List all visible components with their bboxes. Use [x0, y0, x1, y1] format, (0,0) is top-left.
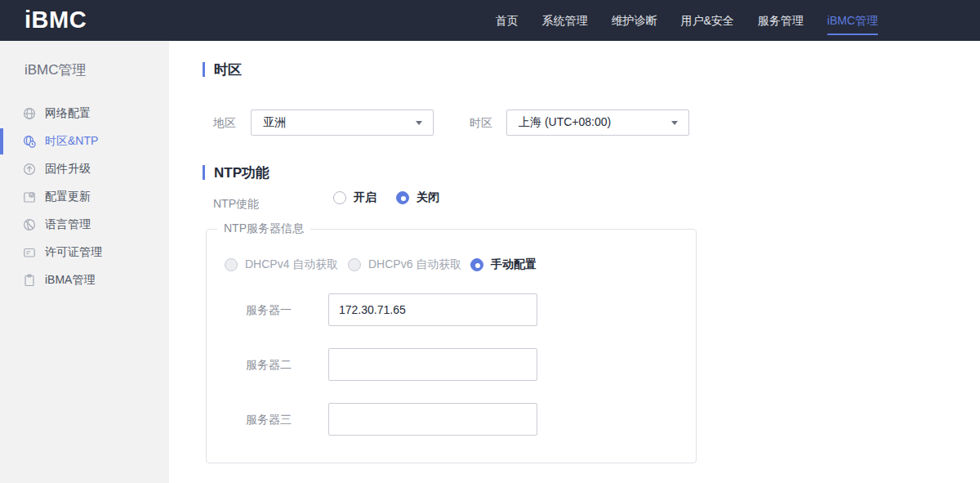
ntp-enable-label: NTP使能 — [213, 197, 259, 212]
nav-item-services[interactable]: 服务管理 — [758, 0, 804, 41]
sidebar-item-label: 网络配置 — [45, 106, 91, 121]
top-bar: iBMC 首页 系统管理 维护诊断 用户&安全 服务管理 iBMC管理 — [0, 0, 980, 41]
network-icon — [22, 107, 36, 121]
sidebar-item-label: 配置更新 — [45, 190, 91, 204]
sidebar-item-firmware-upgrade[interactable]: 固件升级 — [0, 155, 169, 183]
ntp-enable-on-option[interactable]: 开启 — [333, 190, 376, 205]
timezone-select[interactable]: 上海 (UTC+08:00) — [506, 110, 689, 136]
sidebar-item-timezone-ntp[interactable]: 时区&NTP — [0, 127, 169, 155]
ntp-server-group: NTP服务器信息 DHCPv4 自动获取 DHCPv6 自动获取 手动配置 服务… — [206, 221, 697, 463]
sidebar-item-language[interactable]: 语言管理 — [0, 211, 169, 239]
ntp-enable-off-option[interactable]: 关闭 — [396, 190, 439, 205]
sidebar-item-network-config[interactable]: 网络配置 — [0, 100, 169, 127]
server-one-input[interactable] — [328, 293, 537, 326]
timezone-icon — [22, 135, 36, 149]
firmware-upgrade-icon — [22, 163, 36, 177]
region-label: 地区 — [213, 116, 236, 131]
server-three-input[interactable] — [328, 403, 537, 436]
nav-item-user-security[interactable]: 用户&安全 — [680, 0, 733, 41]
section-accent-bar — [203, 62, 205, 77]
region-select[interactable]: 亚洲 — [251, 110, 434, 136]
nav-item-maintenance[interactable]: 维护诊断 — [611, 0, 657, 41]
server-two-label: 服务器二 — [246, 358, 292, 373]
server-one-label: 服务器一 — [246, 303, 292, 318]
sidebar-item-ibma[interactable]: iBMA管理 — [0, 266, 169, 294]
chevron-down-icon — [671, 121, 678, 125]
radio-disabled-icon — [348, 258, 361, 271]
language-icon — [22, 218, 36, 232]
sidebar-item-label: 语言管理 — [45, 217, 91, 232]
ntp-server-group-legend: NTP服务器信息 — [217, 221, 310, 236]
radio-checked-icon[interactable] — [396, 191, 409, 204]
radio-disabled-icon — [225, 258, 238, 271]
sidebar-item-label: iBMA管理 — [45, 273, 95, 288]
timezone-select-value: 上海 (UTC+08:00) — [519, 115, 611, 130]
radio-unchecked-icon[interactable] — [333, 191, 346, 204]
nav-item-system[interactable]: 系统管理 — [541, 0, 587, 41]
page: iBMC 首页 系统管理 维护诊断 用户&安全 服务管理 iBMC管理 iBMC… — [0, 0, 980, 483]
nav-item-home[interactable]: 首页 — [495, 0, 518, 41]
sidebar-title: iBMC管理 — [24, 60, 87, 79]
ntp-section-title: NTP功能 — [203, 165, 270, 180]
dhcpv6-auto-option[interactable]: DHCPv6 自动获取 — [348, 257, 461, 272]
sidebar-item-label: 许可证管理 — [45, 245, 102, 260]
section-accent-bar — [203, 165, 205, 180]
server-two-input[interactable] — [328, 348, 537, 381]
radio-checked-icon[interactable] — [470, 258, 483, 271]
top-navigation: 首页 系统管理 维护诊断 用户&安全 服务管理 iBMC管理 — [495, 0, 878, 41]
license-icon — [22, 246, 36, 260]
manual-config-option[interactable]: 手动配置 — [470, 257, 537, 272]
ibma-icon — [22, 274, 36, 288]
chevron-down-icon — [416, 121, 422, 125]
nav-item-ibmc-management[interactable]: iBMC管理 — [827, 0, 878, 41]
sidebar-item-config-update[interactable]: 配置更新 — [0, 183, 169, 211]
timezone-section-title: 时区 — [203, 62, 242, 77]
main-content: 时区 地区 亚洲 时区 上海 (UTC+08:00) NTP功能 NTP使能 开… — [169, 41, 980, 483]
sidebar-item-label: 时区&NTP — [45, 134, 98, 149]
sidebar-item-label: 固件升级 — [45, 162, 91, 177]
sidebar-menu: 网络配置 时区&NTP 固件升级 — [0, 100, 169, 294]
ibmc-logo: iBMC — [24, 0, 87, 41]
timezone-label: 时区 — [470, 116, 492, 131]
sidebar-item-license[interactable]: 许可证管理 — [0, 239, 169, 266]
config-update-icon — [22, 190, 36, 204]
dhcpv4-auto-option[interactable]: DHCPv4 自动获取 — [225, 257, 338, 272]
sidebar: iBMC管理 网络配置 时区&NTP — [0, 41, 169, 483]
region-select-value: 亚洲 — [263, 115, 286, 130]
server-three-label: 服务器三 — [246, 413, 292, 427]
